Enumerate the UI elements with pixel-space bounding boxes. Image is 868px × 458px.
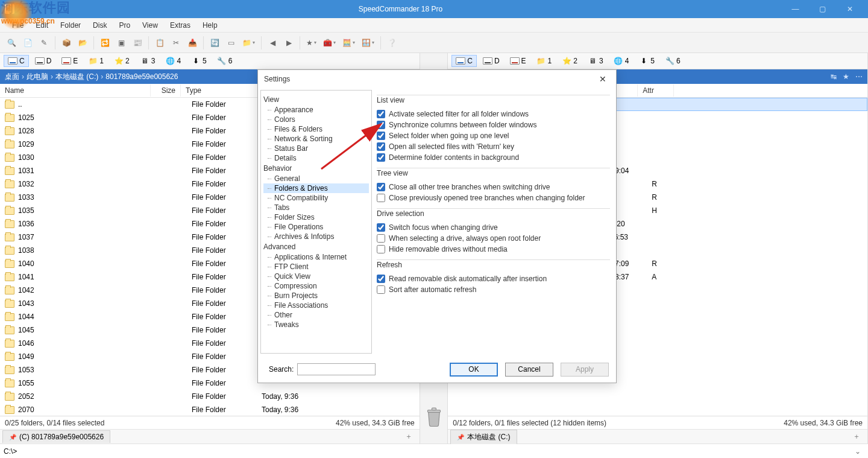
drive-C[interactable]: C bbox=[451, 55, 477, 67]
col-name[interactable]: Name bbox=[0, 84, 151, 97]
setting-option[interactable]: Determine folder contents in background bbox=[377, 152, 610, 163]
tree-item[interactable]: Status Bar bbox=[263, 144, 369, 153]
tree-item[interactable]: Tweaks bbox=[263, 320, 369, 329]
tree-category[interactable]: Advanced bbox=[263, 241, 369, 252]
menu-help[interactable]: Help bbox=[197, 19, 224, 31]
drive-C[interactable]: C bbox=[4, 55, 29, 67]
drive-4[interactable]: 🌐4 bbox=[161, 54, 185, 68]
nav-fwd-icon[interactable]: ▶ bbox=[281, 35, 297, 51]
col-attr[interactable]: Attr bbox=[638, 84, 674, 97]
help-icon[interactable]: ❔ bbox=[384, 35, 400, 51]
menu-edit[interactable]: Edit bbox=[30, 19, 54, 31]
path-input[interactable] bbox=[4, 447, 851, 456]
cut-icon[interactable]: ✂ bbox=[168, 35, 184, 51]
search-icon[interactable]: 🔍 bbox=[4, 35, 19, 51]
new-file-icon[interactable]: 📰 bbox=[130, 35, 145, 51]
sync-icon[interactable]: 🔁 bbox=[97, 35, 113, 51]
path-dropdown-icon[interactable]: ⌄ bbox=[851, 447, 864, 456]
breadcrumb-item[interactable]: 此电脑 bbox=[27, 72, 48, 82]
bc-star-icon[interactable]: ★ bbox=[843, 72, 849, 81]
breadcrumb-item[interactable]: 801789a9e59e005626 bbox=[105, 72, 178, 81]
nav-back-icon[interactable]: ◀ bbox=[265, 35, 280, 51]
menu-pro[interactable]: Pro bbox=[113, 19, 136, 31]
tree-item[interactable]: Files & Folders bbox=[263, 124, 369, 134]
filter2-icon[interactable]: 🧮 bbox=[339, 35, 358, 51]
tree-item[interactable]: Tabs bbox=[263, 203, 369, 212]
checkbox[interactable] bbox=[377, 142, 385, 151]
tree-item[interactable]: File Associations bbox=[263, 301, 369, 310]
tree-item[interactable]: Compression bbox=[263, 281, 369, 291]
filter1-icon[interactable]: 🧰 bbox=[320, 35, 339, 51]
tree-item[interactable]: NC Compatibility bbox=[263, 193, 369, 203]
drive-5[interactable]: ⬇5 bbox=[187, 54, 211, 68]
viewer-icon[interactable]: 📄 bbox=[20, 35, 36, 51]
drive-2[interactable]: ⭐2 bbox=[110, 54, 134, 68]
drive-E[interactable]: E bbox=[506, 55, 530, 67]
list-item[interactable]: 2052File FolderToday, 9:36 bbox=[0, 390, 420, 403]
setting-option[interactable]: Close all other tree branches when switc… bbox=[377, 182, 610, 192]
tree-item[interactable]: Folder Sizes bbox=[263, 212, 369, 222]
drive-4[interactable]: 🌐4 bbox=[609, 54, 634, 68]
tree-item[interactable]: Appearance bbox=[263, 105, 369, 115]
menu-view[interactable]: View bbox=[136, 19, 164, 31]
menu-extras[interactable]: Extras bbox=[164, 19, 197, 31]
tree-item[interactable]: Folders & Drives bbox=[263, 183, 369, 193]
tree-item[interactable]: FTP Client bbox=[263, 262, 369, 272]
drive-2[interactable]: ⭐2 bbox=[558, 54, 582, 68]
menu-disk[interactable]: Disk bbox=[87, 19, 113, 31]
tree-item[interactable]: Network & Sorting bbox=[263, 134, 369, 144]
setting-option[interactable]: Hide removable drives without media bbox=[377, 244, 610, 255]
checkbox[interactable] bbox=[377, 285, 385, 294]
console-icon[interactable]: ▭ bbox=[223, 35, 239, 51]
path-bar[interactable]: ⌄ bbox=[0, 444, 868, 458]
checkbox[interactable] bbox=[377, 245, 385, 253]
setting-option[interactable]: Synchronize columns between folder windo… bbox=[377, 119, 610, 130]
drive-D[interactable]: D bbox=[31, 55, 56, 67]
setting-option[interactable]: Activate selected filter for all folder … bbox=[377, 109, 610, 119]
right-tab-add[interactable]: ＋ bbox=[848, 430, 865, 443]
tree-category[interactable]: View bbox=[263, 94, 369, 105]
cancel-button[interactable]: Cancel bbox=[505, 363, 553, 377]
ok-button[interactable]: OK bbox=[450, 363, 498, 377]
checkbox[interactable] bbox=[377, 183, 385, 191]
tree-item[interactable]: Archives & Infotips bbox=[263, 232, 369, 241]
favorites-icon[interactable]: ★ bbox=[303, 35, 319, 51]
paste-icon[interactable]: 📥 bbox=[184, 35, 200, 51]
settings-close-button[interactable]: ✕ bbox=[596, 73, 610, 85]
new-folder-icon[interactable]: 📁 bbox=[239, 35, 258, 51]
trash-icon[interactable] bbox=[426, 407, 442, 427]
bc-toggle-icon[interactable]: ↹ bbox=[831, 72, 837, 81]
menu-file[interactable]: File bbox=[6, 19, 30, 31]
tree-category[interactable]: Behavior bbox=[263, 163, 369, 174]
setting-option[interactable]: Close previously opened tree branches wh… bbox=[377, 192, 610, 203]
drive-6[interactable]: 🔧6 bbox=[661, 54, 685, 68]
maximize-button[interactable]: ▢ bbox=[809, 0, 836, 18]
left-tab-add[interactable]: ＋ bbox=[400, 430, 417, 443]
tree-item[interactable]: Quick View bbox=[263, 272, 369, 281]
list-item[interactable]: 2070File FolderToday, 9:36 bbox=[0, 403, 420, 416]
settings-search-input[interactable] bbox=[297, 363, 376, 375]
checkbox[interactable] bbox=[377, 121, 385, 129]
cmd-icon[interactable]: ▣ bbox=[113, 35, 129, 51]
setting-option[interactable]: When selecting a drive, always open root… bbox=[377, 233, 610, 244]
tree-item[interactable]: Other bbox=[263, 310, 369, 320]
layout-icon[interactable]: 🪟 bbox=[359, 35, 377, 51]
checkbox[interactable] bbox=[377, 153, 385, 162]
checkbox[interactable] bbox=[377, 223, 385, 232]
tree-item[interactable]: General bbox=[263, 174, 369, 183]
tree-item[interactable]: File Operations bbox=[263, 222, 369, 232]
bc-menu-icon[interactable]: ⋯ bbox=[855, 72, 863, 81]
menu-folder[interactable]: Folder bbox=[54, 19, 87, 31]
tree-item[interactable]: Details bbox=[263, 153, 369, 163]
tree-item[interactable]: Colors bbox=[263, 115, 369, 124]
drive-E[interactable]: E bbox=[57, 55, 82, 67]
drive-1[interactable]: 📁1 bbox=[532, 54, 556, 68]
col-size[interactable]: Size bbox=[151, 84, 181, 97]
checkbox[interactable] bbox=[377, 275, 385, 283]
pack-icon[interactable]: 📦 bbox=[58, 35, 74, 51]
drive-3[interactable]: 🖥3 bbox=[583, 54, 608, 68]
setting-option[interactable]: Read removable disk automatically after … bbox=[377, 273, 610, 284]
settings-tree[interactable]: ViewAppearanceColorsFiles & FoldersNetwo… bbox=[260, 90, 372, 354]
tree-item[interactable]: Applications & Internet bbox=[263, 252, 369, 262]
checkbox[interactable] bbox=[377, 132, 385, 140]
